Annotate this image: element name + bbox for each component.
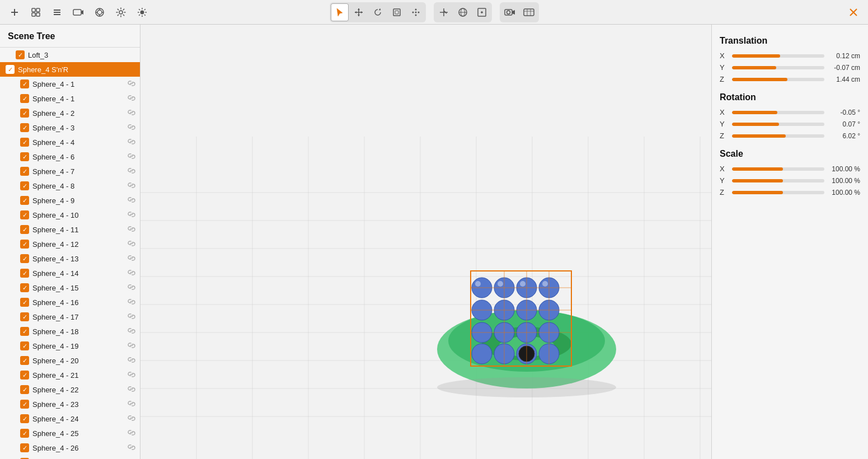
item-checkbox[interactable]: ✓ <box>20 356 29 365</box>
rotation-y-slider[interactable] <box>732 123 824 126</box>
link-icon[interactable] <box>128 240 135 249</box>
item-checkbox[interactable]: ✓ <box>20 94 29 103</box>
item-checkbox[interactable]: ✓ <box>20 109 29 118</box>
item-checkbox[interactable]: ✓ <box>20 298 29 307</box>
link-icon[interactable] <box>128 356 135 366</box>
item-checkbox[interactable]: ✓ <box>20 283 29 292</box>
tree-item-sphere4_20[interactable]: ✓Sphere_4 - 20 <box>0 353 140 368</box>
item-checkbox[interactable]: ✓ <box>20 414 29 423</box>
tree-item-sphere4_13[interactable]: ✓Sphere_4 - 13 <box>0 251 140 266</box>
viewport[interactable] <box>140 25 711 459</box>
tree-item-sphere4_22[interactable]: ✓Sphere_4 - 22 <box>0 382 140 397</box>
tree-item-sphere4_1b[interactable]: ✓Sphere_4 - 1 <box>0 91 140 106</box>
item-checkbox[interactable]: ✓ <box>6 65 15 74</box>
item-checkbox[interactable]: ✓ <box>20 400 29 409</box>
tree-item-sphere4_23[interactable]: ✓Sphere_4 - 23 <box>0 397 140 411</box>
item-checkbox[interactable]: ✓ <box>20 312 29 321</box>
item-checkbox[interactable]: ✓ <box>20 79 29 88</box>
close-window-button[interactable] <box>844 3 862 21</box>
settings-button[interactable] <box>112 3 130 21</box>
item-checkbox[interactable]: ✓ <box>20 371 29 380</box>
select-tool-button[interactable] <box>331 3 349 21</box>
link-icon[interactable] <box>128 385 135 395</box>
tree-item-sphere4_15[interactable]: ✓Sphere_4 - 15 <box>0 280 140 295</box>
tree-item-sphere4_26[interactable]: ✓Sphere_4 - 26 <box>0 441 140 455</box>
tree-item-sphere4_12[interactable]: ✓Sphere_4 - 12 <box>0 237 140 251</box>
rotate-tool-button[interactable] <box>369 3 387 21</box>
world-tool-button[interactable] <box>435 3 453 21</box>
link-icon[interactable] <box>128 196 135 205</box>
item-checkbox[interactable]: ✓ <box>20 341 29 350</box>
add-button[interactable] <box>6 3 24 21</box>
move-tool-button[interactable] <box>350 3 368 21</box>
item-checkbox[interactable]: ✓ <box>20 225 29 234</box>
item-checkbox[interactable]: ✓ <box>20 385 29 394</box>
tree-item-sphere4_16[interactable]: ✓Sphere_4 - 16 <box>0 295 140 310</box>
item-checkbox[interactable]: ✓ <box>20 123 29 132</box>
tree-item-sphere4_snr[interactable]: ✓Sphere_4 S'n'R <box>0 62 140 77</box>
tree-item-sphere4_21[interactable]: ✓Sphere_4 - 21 <box>0 368 140 382</box>
link-icon[interactable] <box>128 94 135 104</box>
link-icon[interactable] <box>128 225 135 235</box>
tree-item-sphere4_4[interactable]: ✓Sphere_4 - 4 <box>0 135 140 149</box>
globe-tool-button[interactable] <box>454 3 472 21</box>
item-checkbox[interactable]: ✓ <box>20 240 29 249</box>
tree-item-sphere4_18[interactable]: ✓Sphere_4 - 18 <box>0 324 140 339</box>
link-icon[interactable] <box>128 79 135 89</box>
tree-item-sphere4_11[interactable]: ✓Sphere_4 - 11 <box>0 222 140 237</box>
link-icon[interactable] <box>128 109 135 118</box>
tree-item-sphere4_19[interactable]: ✓Sphere_4 - 19 <box>0 339 140 353</box>
tree-item-sphere4_9[interactable]: ✓Sphere_4 - 9 <box>0 193 140 208</box>
item-checkbox[interactable]: ✓ <box>20 210 29 219</box>
item-checkbox[interactable]: ✓ <box>16 50 25 59</box>
rotation-x-slider[interactable] <box>732 111 824 114</box>
link-icon[interactable] <box>128 181 135 191</box>
camera2-button[interactable] <box>501 3 519 21</box>
link-icon[interactable] <box>128 152 135 162</box>
link-icon[interactable] <box>128 341 135 351</box>
sun-button[interactable] <box>133 3 151 21</box>
tree-item-sphere4_2[interactable]: ✓Sphere_4 - 2 <box>0 106 140 120</box>
item-checkbox[interactable]: ✓ <box>20 196 29 205</box>
link-icon[interactable] <box>128 210 135 220</box>
link-icon[interactable] <box>128 429 135 438</box>
tree-item-sphere4_24[interactable]: ✓Sphere_4 - 24 <box>0 411 140 426</box>
link-icon[interactable] <box>128 312 135 322</box>
tree-item-sphere4_7[interactable]: ✓Sphere_4 - 7 <box>0 164 140 179</box>
translation-y-slider[interactable] <box>732 66 824 69</box>
camera-button[interactable] <box>69 3 87 21</box>
item-checkbox[interactable]: ✓ <box>20 138 29 147</box>
scale-tool-button[interactable] <box>388 3 406 21</box>
link-icon[interactable] <box>128 443 135 453</box>
tree-item-sphere4_3[interactable]: ✓Sphere_4 - 3 <box>0 120 140 135</box>
tree-item-sphere4_1a[interactable]: ✓Sphere_4 - 1 <box>0 77 140 91</box>
scale-x-slider[interactable] <box>732 167 824 171</box>
tree-item-sphere4_27[interactable]: ✓Sphere_4 - 27 <box>0 455 140 459</box>
item-checkbox[interactable]: ✓ <box>20 327 29 336</box>
link-icon[interactable] <box>128 400 135 409</box>
link-icon[interactable] <box>128 269 135 278</box>
link-icon[interactable] <box>128 254 135 264</box>
link-icon[interactable] <box>128 298 135 307</box>
link-icon[interactable] <box>128 167 135 176</box>
tree-item-sphere4_10[interactable]: ✓Sphere_4 - 10 <box>0 208 140 222</box>
snap-tool-button[interactable] <box>407 3 425 21</box>
item-checkbox[interactable]: ✓ <box>20 443 29 452</box>
tree-item-sphere4_17[interactable]: ✓Sphere_4 - 17 <box>0 310 140 324</box>
link-icon[interactable] <box>128 138 135 147</box>
link-icon[interactable] <box>128 123 135 133</box>
item-checkbox[interactable]: ✓ <box>20 167 29 176</box>
translation-z-slider[interactable] <box>732 78 824 81</box>
edit-mode-button[interactable] <box>473 3 491 21</box>
link-icon[interactable] <box>128 371 135 380</box>
scene-tree-list[interactable]: ✓Loft_3✓Sphere_4 S'n'R✓Sphere_4 - 1✓Sphe… <box>0 48 140 459</box>
rotation-z-slider[interactable] <box>732 134 824 138</box>
scale-y-slider[interactable] <box>732 179 824 182</box>
tree-item-sphere4_8[interactable]: ✓Sphere_4 - 8 <box>0 179 140 193</box>
target-button[interactable] <box>91 3 109 21</box>
item-checkbox[interactable]: ✓ <box>20 152 29 161</box>
menu-button[interactable] <box>48 3 66 21</box>
item-checkbox[interactable]: ✓ <box>20 429 29 438</box>
item-checkbox[interactable]: ✓ <box>20 269 29 278</box>
video-button[interactable] <box>520 3 538 21</box>
